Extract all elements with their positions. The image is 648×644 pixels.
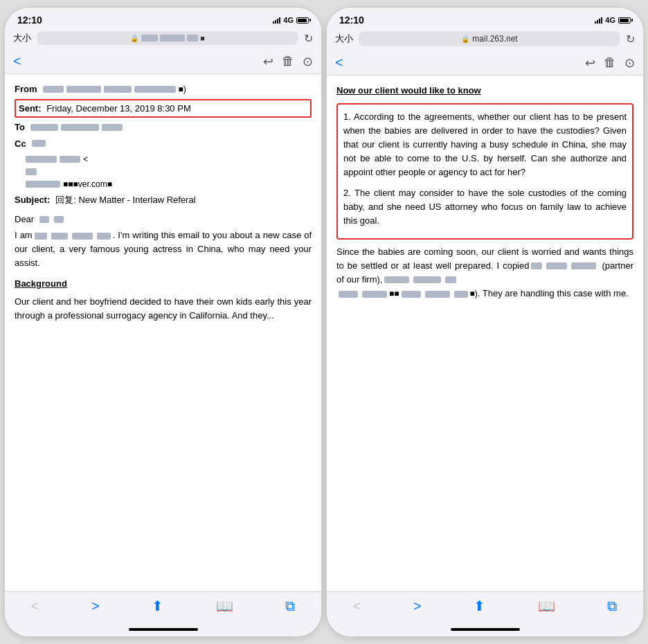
redacted-sal2: [54, 216, 64, 223]
right-status-icons: 4G: [595, 16, 631, 24]
left-toolbar-tabs[interactable]: ⧉: [285, 598, 295, 614]
right-item-1: 1. According to the agreements, whether …: [343, 110, 627, 180]
left-cc-row-2: <: [26, 153, 312, 166]
left-salutation: Dear: [15, 213, 312, 226]
redacted-4: [134, 86, 176, 93]
redacted-cc-5: [26, 181, 60, 188]
right-nav-bar: < ↩ 🗑 ⊙: [327, 51, 643, 75]
right-toolbar-bookmarks[interactable]: 📖: [538, 598, 555, 614]
right-lock-icon: 🔒: [461, 35, 469, 43]
left-status-bar: 12:10 4G: [5, 8, 321, 28]
left-url-box[interactable]: 🔒 ■: [37, 31, 298, 45]
left-background-text: Our client and her boyfriend decided to …: [15, 295, 312, 323]
left-nav-bar: < ↩ 🗑 ⊙: [5, 49, 321, 74]
left-home-bar: [129, 628, 198, 631]
left-from-label: From: [15, 82, 37, 96]
left-subject-label: Subject:: [15, 193, 50, 207]
left-url-redacted: ■: [141, 34, 205, 42]
redacted-cc-4: [26, 168, 37, 175]
right-reload-button[interactable]: ↻: [626, 33, 635, 46]
right-highlight-box: 1. According to the agreements, whether …: [336, 103, 633, 240]
left-toolbar-bookmarks[interactable]: 📖: [216, 598, 233, 614]
left-toolbar-forward[interactable]: >: [91, 598, 100, 614]
left-reload-button[interactable]: ↻: [304, 32, 313, 45]
left-trash-button[interactable]: 🗑: [282, 54, 294, 69]
redacted-cc-3: [60, 156, 80, 163]
left-cc-label: Cc: [15, 137, 26, 151]
right-toolbar-forward[interactable]: >: [413, 598, 422, 614]
left-lock-icon: 🔒: [130, 35, 138, 42]
redacted-to-2: [61, 124, 99, 131]
main-container: 12:10 4G 大小 🔒: [0, 0, 648, 644]
left-home-indicator: [5, 625, 321, 636]
right-more-button[interactable]: ⊙: [624, 55, 635, 71]
left-cc-row: Cc: [15, 137, 312, 151]
right-home-bar: [451, 628, 520, 631]
redacted-to-3: [102, 124, 123, 131]
left-toolbar-share[interactable]: ⬆: [152, 598, 163, 614]
right-status-bar: 12:10 4G: [327, 8, 643, 28]
left-subject-value: 回复: New Matter - Interlaw Referal: [55, 193, 195, 207]
left-sent-row: Sent: Friday, December 13, 2019 8:30 PM: [15, 99, 312, 118]
redacted-sal: [39, 216, 49, 223]
right-toolbar-share[interactable]: ⬆: [474, 598, 485, 614]
right-trash-button[interactable]: 🗑: [604, 55, 616, 70]
left-sent-value: Friday, December 13, 2019 8:30 PM: [46, 103, 191, 114]
left-cc-row-4: ■■■ver.com■: [26, 178, 312, 190]
right-url: mail.263.net: [472, 34, 517, 44]
redacted-1: [43, 86, 64, 93]
right-battery-icon: [618, 17, 631, 24]
right-reply-button[interactable]: ↩: [585, 55, 595, 71]
right-footer-text: Since the babies are coming soon, our cl…: [336, 245, 633, 301]
right-section-heading: Now our client would like to know: [336, 84, 633, 98]
left-network-label: 4G: [283, 16, 294, 24]
right-toolbar-back[interactable]: <: [353, 598, 361, 614]
left-reply-button[interactable]: ↩: [263, 54, 273, 69]
right-phone: 12:10 4G 大小 🔒 mail.263.net ↻: [326, 7, 644, 637]
left-from-row: From ■): [15, 82, 312, 96]
left-to-row: To: [15, 120, 312, 134]
redacted-to-1: [30, 124, 58, 131]
left-address-bar: 大小 🔒 ■ ↻: [5, 28, 321, 49]
left-toolbar-back[interactable]: <: [31, 598, 39, 614]
redacted-cc-1: [32, 140, 46, 147]
left-size-label: 大小: [13, 32, 31, 44]
left-to-label: To: [15, 120, 25, 134]
right-address-bar: 大小 🔒 mail.263.net ↻: [327, 28, 643, 51]
right-home-indicator: [327, 625, 643, 636]
left-back-button[interactable]: <: [13, 53, 21, 69]
left-sent-label: Sent:: [19, 103, 44, 114]
right-bottom-toolbar: < > ⬆ 📖 ⧉: [327, 591, 643, 625]
left-cc-row-3: [26, 168, 312, 175]
right-toolbar-tabs[interactable]: ⧉: [607, 598, 617, 614]
left-battery-icon: [296, 17, 309, 24]
left-bottom-toolbar: < > ⬆ 📖 ⧉: [5, 591, 321, 625]
right-url-box[interactable]: 🔒 mail.263.net: [359, 31, 620, 46]
left-more-button[interactable]: ⊙: [303, 54, 313, 69]
left-status-icons: 4G: [273, 16, 309, 24]
right-size-label: 大小: [335, 33, 353, 45]
right-item-2: 2. The client may consider to have the s…: [343, 186, 627, 228]
left-body-intro: I am. I'm writing this email to you abou…: [15, 229, 312, 270]
redacted-2: [66, 86, 101, 93]
right-signal-icon: [595, 17, 602, 24]
redacted-cc-2: [26, 156, 57, 163]
left-time: 12:10: [17, 15, 42, 26]
left-subject-row: Subject: 回复: New Matter - Interlaw Refer…: [15, 193, 312, 207]
left-background-heading: Background: [15, 277, 312, 291]
left-signal-icon: [273, 17, 280, 24]
left-phone: 12:10 4G 大小 🔒: [4, 7, 322, 637]
right-network-label: 4G: [605, 16, 615, 24]
left-email-content: From ■) Sent: Friday, December 13, 2019 …: [5, 74, 321, 591]
right-back-button[interactable]: <: [335, 55, 343, 71]
redacted-3: [104, 86, 132, 93]
right-email-content: Now our client would like to know 1. Acc…: [327, 75, 643, 591]
right-time: 12:10: [339, 15, 364, 26]
